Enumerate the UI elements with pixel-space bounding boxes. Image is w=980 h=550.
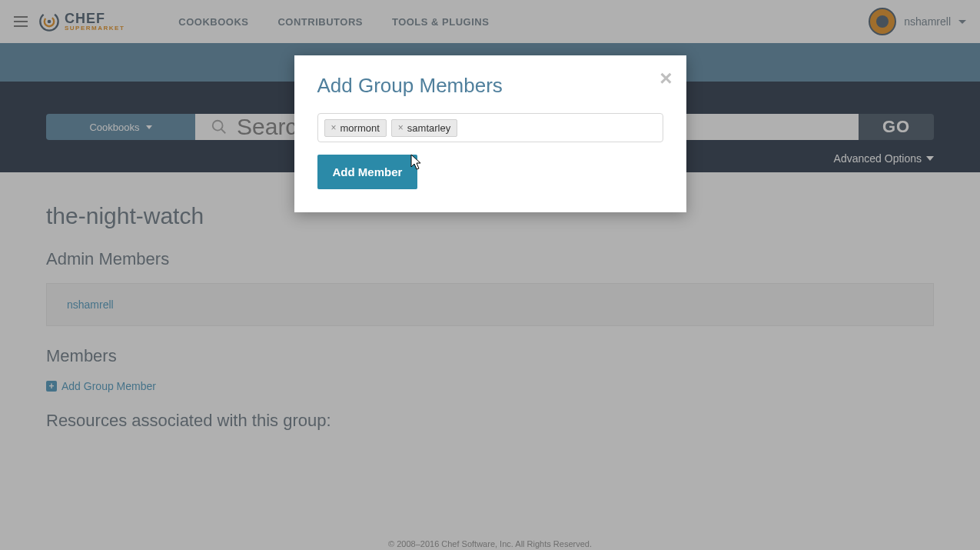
- member-tag: × samtarley: [391, 119, 457, 137]
- add-group-members-modal: × Add Group Members × mormont × samtarle…: [294, 55, 686, 212]
- members-tag-input[interactable]: × mormont × samtarley: [317, 113, 663, 142]
- remove-tag-icon[interactable]: ×: [398, 122, 404, 133]
- remove-tag-icon[interactable]: ×: [331, 122, 337, 133]
- tag-label: mormont: [341, 122, 380, 134]
- add-member-button[interactable]: Add Member: [317, 155, 418, 189]
- close-icon[interactable]: ×: [659, 66, 672, 91]
- member-tag: × mormont: [324, 119, 387, 137]
- modal-title: Add Group Members: [317, 74, 663, 98]
- tag-label: samtarley: [407, 122, 450, 134]
